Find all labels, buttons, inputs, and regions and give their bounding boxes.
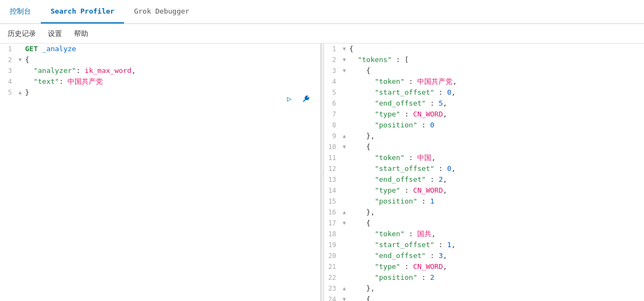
output-fold-button[interactable]: ▼ — [340, 54, 348, 65]
output-line-1: 1▼{ — [324, 44, 644, 54]
output-line-content: "position" : 2 — [348, 272, 644, 283]
line-number: 5 — [0, 87, 16, 98]
output-line-content: { — [348, 142, 644, 152]
output-fold-button[interactable]: ▼ — [340, 142, 348, 152]
editor-line-5: 5▲} — [0, 87, 320, 98]
line-number: 2 — [0, 54, 16, 65]
output-line-number: 19 — [324, 239, 340, 250]
output-line-content: "start_offset" : 0, — [348, 163, 644, 174]
editor-line-3: 3 "analyzer": ik_max_word, — [0, 65, 320, 76]
output-line-12: 12 "start_offset" : 0, — [324, 163, 644, 174]
output-panel: 1▼{2▼ "tokens" : [3▼ {4 "token" : 中国共产党,… — [324, 44, 644, 301]
output-line-5: 5 "start_offset" : 0, — [324, 87, 644, 98]
output-line-number: 9 — [324, 131, 340, 142]
output-line-number: 20 — [324, 250, 340, 261]
output-line-content: { — [348, 294, 644, 301]
output-line-content: { — [348, 44, 644, 54]
output-line-6: 6 "end_offset" : 5, — [324, 98, 644, 109]
output-line-number: 8 — [324, 120, 340, 131]
output-line-number: 4 — [324, 76, 340, 87]
wrench-button[interactable] — [300, 93, 312, 105]
output-line-content: "type" : CN_WORD, — [348, 109, 644, 120]
line-number: 1 — [0, 44, 16, 54]
output-line-number: 5 — [324, 87, 340, 98]
tab-search-profiler[interactable]: Search Profiler — [41, 0, 124, 23]
editor-line-4: 4 "text": 中国共产党 — [0, 76, 320, 87]
output-line-number: 2 — [324, 54, 340, 65]
output-line-number: 15 — [324, 196, 340, 207]
line-content: "text": 中国共产党 — [24, 76, 320, 87]
settings-button[interactable]: 设置 — [46, 28, 64, 40]
output-line-11: 11 "token" : 中国, — [324, 152, 644, 163]
output-line-content: "position" : 1 — [348, 196, 644, 207]
output-fold-button[interactable]: ▼ — [340, 294, 348, 301]
editor-code-area[interactable]: 1GET _analyze2▼{3 "analyzer": ik_max_wor… — [0, 44, 320, 301]
output-line-number: 14 — [324, 185, 340, 196]
output-line-24: 24▼ { — [324, 294, 644, 301]
fold-button[interactable]: ▼ — [16, 54, 24, 65]
line-content: { — [24, 54, 320, 65]
output-line-number: 23 — [324, 283, 340, 294]
output-fold-button[interactable]: ▼ — [340, 44, 348, 54]
output-line-content: "end_offset" : 2, — [348, 174, 644, 185]
output-line-content: }, — [348, 131, 644, 142]
output-line-18: 18 "token" : 国共, — [324, 229, 644, 239]
output-line-number: 22 — [324, 272, 340, 283]
history-button[interactable]: 历史记录 — [5, 28, 38, 40]
tab-console[interactable]: 控制台 — [0, 0, 41, 23]
output-line-17: 17▼ { — [324, 218, 644, 229]
output-line-number: 17 — [324, 218, 340, 229]
output-line-content: "type" : CN_WORD, — [348, 185, 644, 196]
editor-line-2: 2▼{ — [0, 54, 320, 65]
output-fold-button[interactable]: ▼ — [340, 218, 348, 229]
line-content: } — [24, 87, 320, 98]
output-line-content: }, — [348, 207, 644, 218]
output-line-4: 4 "token" : 中国共产党, — [324, 76, 644, 87]
output-line-number: 18 — [324, 229, 340, 239]
output-fold-button[interactable]: ▲ — [340, 131, 348, 142]
output-line-number: 6 — [324, 98, 340, 109]
output-line-23: 23▲ }, — [324, 283, 644, 294]
output-line-15: 15 "position" : 1 — [324, 196, 644, 207]
output-line-content: { — [348, 65, 644, 76]
line-content: GET _analyze — [24, 44, 320, 54]
output-line-content: "type" : CN_WORD, — [348, 261, 644, 272]
output-line-16: 16▲ }, — [324, 207, 644, 218]
output-line-number: 12 — [324, 163, 340, 174]
line-number: 3 — [0, 65, 16, 76]
output-line-number: 11 — [324, 152, 340, 163]
editor-actions: ▷ — [283, 93, 312, 105]
output-line-22: 22 "position" : 2 — [324, 272, 644, 283]
output-line-content: "token" : 中国, — [348, 152, 644, 163]
output-line-3: 3▼ { — [324, 65, 644, 76]
editor-line-1: 1GET _analyze — [0, 44, 320, 54]
output-line-20: 20 "end_offset" : 3, — [324, 250, 644, 261]
output-line-content: "tokens" : [ — [348, 54, 644, 65]
output-fold-button[interactable]: ▲ — [340, 207, 348, 218]
output-fold-button[interactable]: ▼ — [340, 65, 348, 76]
output-line-19: 19 "start_offset" : 1, — [324, 239, 644, 250]
output-line-10: 10▼ { — [324, 142, 644, 152]
output-line-14: 14 "type" : CN_WORD, — [324, 185, 644, 196]
line-number: 4 — [0, 76, 16, 87]
output-line-content: "start_offset" : 1, — [348, 239, 644, 250]
output-line-content: { — [348, 218, 644, 229]
output-line-content: "end_offset" : 3, — [348, 250, 644, 261]
output-line-content: "position" : 0 — [348, 120, 644, 131]
output-line-9: 9▲ }, — [324, 131, 644, 142]
help-button[interactable]: 帮助 — [72, 28, 90, 40]
output-line-content: }, — [348, 283, 644, 294]
tab-grok-debugger[interactable]: Grok Debugger — [124, 0, 199, 23]
tab-bar: 控制台 Search Profiler Grok Debugger — [0, 0, 644, 24]
output-line-number: 24 — [324, 294, 340, 301]
output-line-content: "end_offset" : 5, — [348, 98, 644, 109]
output-code-area[interactable]: 1▼{2▼ "tokens" : [3▼ {4 "token" : 中国共产党,… — [324, 44, 644, 301]
line-content: "analyzer": ik_max_word, — [24, 65, 320, 76]
fold-button[interactable]: ▲ — [16, 87, 24, 98]
secondary-toolbar: 历史记录 设置 帮助 — [0, 24, 644, 44]
output-fold-button[interactable]: ▲ — [340, 283, 348, 294]
output-line-number: 13 — [324, 174, 340, 185]
run-button[interactable]: ▷ — [283, 93, 295, 105]
output-line-number: 7 — [324, 109, 340, 120]
output-line-number: 16 — [324, 207, 340, 218]
